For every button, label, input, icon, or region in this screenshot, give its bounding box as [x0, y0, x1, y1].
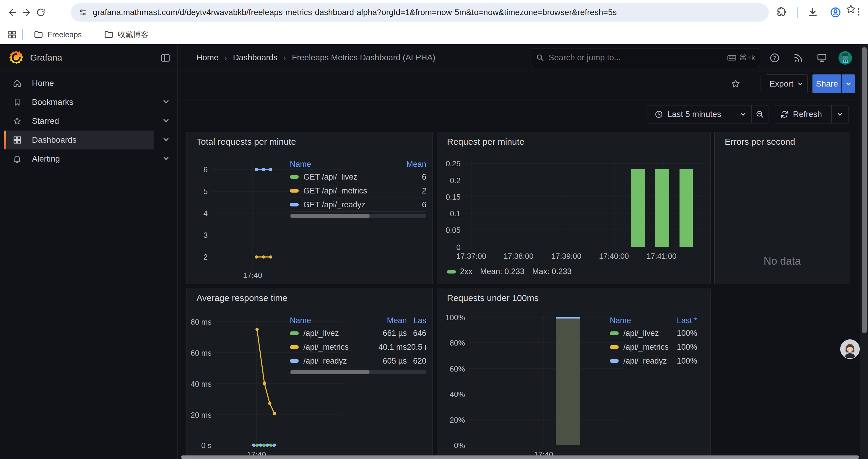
series-name[interactable]: GET /api/_readyz: [303, 200, 400, 209]
breadcrumb-dashboards[interactable]: Dashboards: [233, 53, 277, 62]
time-range-picker[interactable]: Last 5 minutes: [648, 105, 769, 124]
scrollbar-thumb[interactable]: [290, 370, 370, 374]
series-name[interactable]: /api/_readyz: [303, 357, 368, 366]
forward-icon[interactable]: [20, 5, 34, 20]
legend-scrollbar[interactable]: [290, 370, 426, 374]
export-button[interactable]: Export: [766, 74, 808, 93]
news-rss-icon[interactable]: [793, 53, 804, 63]
user-avatar[interactable]: [838, 51, 852, 65]
star-icon: [12, 117, 22, 126]
legend: 2xx Mean: 0.233 Max: 0.233: [447, 267, 579, 276]
legend-col-last[interactable]: Las: [407, 316, 426, 325]
floating-assistant-avatar[interactable]: [840, 339, 860, 359]
panel-title[interactable]: Total requests per minute: [196, 137, 296, 147]
search-box[interactable]: ⌘+k: [531, 48, 760, 67]
panel-title[interactable]: Errors per second: [725, 137, 795, 147]
chevron-down-icon[interactable]: [162, 117, 170, 125]
sidebar-item-starred[interactable]: Starred: [4, 112, 154, 131]
legend-row[interactable]: /api/_metrics 100%: [610, 340, 697, 354]
monitor-icon[interactable]: [816, 53, 827, 63]
favorite-dashboard-star-icon[interactable]: [730, 78, 741, 89]
apps-grid-icon[interactable]: [7, 30, 17, 40]
legend-row[interactable]: GET /api/_readyz 6: [290, 198, 426, 211]
back-icon[interactable]: [5, 5, 20, 20]
legend-row[interactable]: /api/_livez 661 µs 646: [290, 326, 426, 340]
x-tick: 17:37:00: [452, 252, 490, 261]
legend-col-mean[interactable]: Mean: [368, 316, 407, 325]
sidebar-item-dashboards[interactable]: Dashboards: [4, 131, 154, 150]
sidebar-item-alerting[interactable]: Alerting: [4, 150, 154, 168]
series-name[interactable]: 2xx: [460, 267, 472, 276]
chevron-down-icon: [845, 80, 852, 88]
browser-menu-icon[interactable]: [853, 6, 864, 17]
url-bar[interactable]: grafana.mathmast.com/d/deytv4rwavabkb/fr…: [71, 3, 769, 22]
legend-row[interactable]: /api/_readyz 100%: [610, 354, 697, 368]
series-name[interactable]: GET /api/_livez: [303, 172, 400, 182]
panel-title[interactable]: Requests under 100ms: [447, 293, 538, 303]
x-tick: 17:41:00: [643, 252, 680, 261]
legend-col-last[interactable]: Last *: [669, 316, 697, 325]
downloads-icon[interactable]: [807, 6, 818, 18]
refresh-icon[interactable]: [780, 110, 789, 119]
zoom-out-icon[interactable]: [752, 109, 768, 119]
profile-icon[interactable]: [830, 6, 841, 18]
x-tick: 17:38:00: [500, 252, 537, 261]
brand-name[interactable]: Grafana: [30, 44, 62, 71]
bookmark-folder-blogs[interactable]: 收藏博客: [99, 27, 153, 42]
series-name[interactable]: /api/_readyz: [623, 357, 669, 366]
legend-row[interactable]: GET /api/_livez 6: [290, 170, 426, 184]
legend-col-mean[interactable]: Mean: [400, 160, 426, 169]
y-tick: 80 ms: [186, 318, 212, 327]
dock-menu-icon[interactable]: [160, 53, 170, 63]
extensions-icon[interactable]: [776, 6, 787, 18]
y-tick: 80%: [437, 338, 465, 348]
y-tick: 100%: [437, 313, 465, 322]
breadcrumb-current: Freeleaps Metrics Dashboard (ALPHA): [292, 53, 435, 62]
series-name[interactable]: GET /api/_metrics: [303, 186, 400, 196]
chevron-down-icon[interactable]: [162, 97, 170, 106]
sidebar-item-bookmarks[interactable]: Bookmarks: [4, 93, 154, 112]
panel-title[interactable]: Average response time: [196, 293, 287, 303]
sidebar-item-home[interactable]: Home: [4, 74, 154, 93]
legend-col-name[interactable]: Name: [290, 316, 368, 325]
reload-icon[interactable]: [34, 5, 48, 20]
bookmark-label: Freeleaps: [48, 30, 82, 39]
legend-row[interactable]: GET /api/_metrics 2: [290, 184, 426, 198]
legend-row[interactable]: /api/_livez 100%: [610, 326, 697, 340]
series-mean: 40.1 ms: [368, 342, 407, 352]
chevron-down-icon[interactable]: [162, 154, 170, 162]
chevron-down-icon[interactable]: [162, 135, 170, 143]
bookmark-folder-freeleaps[interactable]: Freeleaps: [29, 27, 86, 42]
area-chart[interactable]: [469, 315, 623, 448]
share-menu-button[interactable]: [842, 74, 855, 93]
series-color-pill: [290, 345, 299, 349]
scrollbar-thumb[interactable]: [290, 214, 370, 218]
search-input[interactable]: [549, 53, 727, 62]
scrollbar-thumb[interactable]: [862, 47, 867, 333]
breadcrumb-home[interactable]: Home: [196, 53, 219, 62]
series-name[interactable]: /api/_livez: [623, 329, 669, 338]
horizontal-scrollbar[interactable]: [181, 455, 859, 459]
share-button[interactable]: Share: [812, 74, 841, 93]
refresh-interval-dropdown[interactable]: [832, 111, 848, 118]
refresh-label[interactable]: Refresh: [793, 109, 831, 119]
help-icon[interactable]: ?: [769, 53, 780, 63]
legend-col-name[interactable]: Name: [290, 160, 400, 169]
site-info-icon[interactable]: [78, 8, 88, 17]
grafana-logo[interactable]: [8, 50, 24, 66]
vertical-scrollbar[interactable]: [860, 44, 868, 459]
panel-title[interactable]: Request per minute: [447, 137, 524, 147]
legend-col-name[interactable]: Name: [610, 316, 669, 325]
series-name[interactable]: /api/_metrics: [303, 342, 368, 352]
series-name[interactable]: /api/_metrics: [623, 342, 669, 352]
series-name[interactable]: /api/_livez: [303, 329, 368, 338]
panel-requests-under-100ms: Requests under 100ms 100% 80% 60% 40% 20…: [437, 288, 711, 459]
legend-scrollbar[interactable]: [290, 214, 426, 218]
legend-row[interactable]: /api/_readyz 605 µs 620: [290, 354, 426, 368]
legend-row[interactable]: /api/_metrics 40.1 ms 20.5 r: [290, 340, 426, 354]
grafana-app: Grafana Home › Dashboards › Freeleaps Me…: [0, 44, 868, 459]
bar-chart[interactable]: [466, 159, 706, 250]
legend-table: Name Last * /api/_livez 100% /api/_metri…: [610, 315, 697, 368]
y-tick: 0.2: [437, 176, 461, 185]
bookmark-label: 收藏博客: [118, 30, 149, 40]
